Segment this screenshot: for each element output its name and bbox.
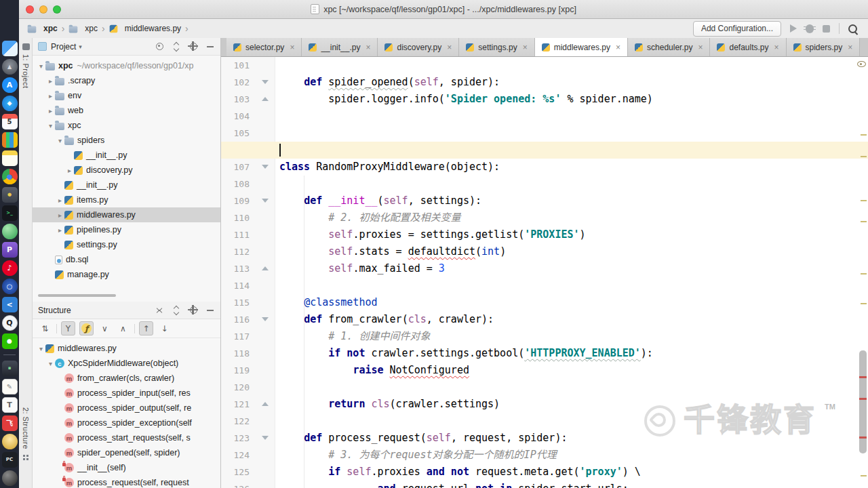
dock-icon-notes[interactable] (2, 150, 18, 166)
project-row-xpc[interactable]: ▾xpc (33, 118, 220, 133)
tab-middlewares.py[interactable]: middlewares.py× (535, 38, 628, 56)
project-row-env[interactable]: ▸env (33, 88, 220, 103)
project-row-pipelines.py[interactable]: ▸pipelines.py (33, 222, 220, 237)
gear-icon[interactable] (189, 306, 198, 315)
tree-arrow-icon[interactable]: ▸ (65, 167, 74, 174)
project-row-spiders[interactable]: ▾spiders (33, 133, 220, 148)
dock-icon-launchpad[interactable]: ▲ (2, 59, 18, 75)
code-lines[interactable]: def spider_opened(self, spider): spider.… (279, 57, 859, 488)
project-row-db.sql[interactable]: db.sql (33, 252, 220, 267)
dock-icon-photos-app[interactable] (2, 132, 18, 148)
collapse-all-icon[interactable] (172, 306, 181, 315)
project-row-web[interactable]: ▸web (33, 103, 220, 118)
fold-up-icon[interactable] (262, 402, 269, 406)
project-row-__init__.py[interactable]: __init__.py (33, 178, 220, 192)
fold-down-icon[interactable] (262, 165, 269, 169)
dock-icon-terminal[interactable]: >_ (2, 205, 18, 221)
sort-alphabetically-icon[interactable]: ⇅ (38, 321, 52, 336)
expand-all-icon[interactable] (155, 306, 164, 315)
structure-row-process_spider_inputselfres[interactable]: mprocess_spider_input(self, res (33, 386, 220, 401)
dock-icon-netease-music[interactable]: ♪ (2, 260, 18, 276)
structure-row-middlewares.py[interactable]: ▾middlewares.py (33, 341, 220, 356)
structure-row-from_crawlerclscrawler[interactable]: mfrom_crawler(cls, crawler) (33, 371, 220, 386)
structure-row-XpcSpiderMiddlewareobject[interactable]: ▾cXpcSpiderMiddleware(object) (33, 356, 220, 371)
fold-down-icon[interactable] (262, 436, 269, 440)
dock-icon-finder[interactable] (2, 41, 18, 56)
collapse-all-icon[interactable]: ∧ (116, 321, 130, 336)
debug-icon[interactable] (806, 24, 814, 33)
expand-all-icon[interactable]: ∨ (98, 321, 112, 336)
dock-icon-feidao-app[interactable]: 飞 (2, 415, 18, 431)
fold-up-icon[interactable] (262, 97, 269, 101)
error-stripe[interactable] (859, 57, 868, 488)
tab-settings.py[interactable]: settings.py× (459, 38, 534, 56)
dock-icon-vscode[interactable]: < (2, 297, 18, 312)
gear-icon[interactable] (189, 42, 198, 52)
structure-row-process_start_requestsselfs[interactable]: mprocess_start_requests(self, s (33, 430, 220, 445)
project-row-discovery.py[interactable]: ▸discovery.py (33, 163, 220, 178)
dock-icon-text-editor-app[interactable]: ✎ (2, 379, 18, 394)
zoom-window-button[interactable] (53, 5, 61, 14)
tree-arrow-icon[interactable]: ▸ (56, 226, 64, 234)
project-row-__init__.py[interactable]: __init__.py (33, 148, 220, 163)
tree-arrow-icon[interactable]: ▾ (46, 122, 55, 129)
dock-icon-onepassword[interactable]: ○ (2, 279, 18, 294)
close-window-button[interactable] (26, 5, 34, 14)
tab-defaults.py[interactable]: defaults.py× (710, 38, 786, 56)
show-fields-icon[interactable]: ƒ (79, 321, 94, 336)
project-row-settings.py[interactable]: settings.py (33, 237, 220, 252)
run-icon[interactable] (790, 24, 797, 33)
breadcrumb-item-xpc[interactable]: xpc (68, 24, 98, 33)
project-horizontal-scrollbar[interactable] (38, 294, 116, 297)
tree-arrow-icon[interactable]: ▾ (37, 62, 45, 70)
project-row-middlewares.py[interactable]: ▸middlewares.py (33, 207, 220, 222)
structure-row-process_spider_outputselfre[interactable]: mprocess_spider_output(self, re (33, 401, 220, 415)
project-row-items.py[interactable]: ▸items.py (33, 192, 220, 207)
fold-down-icon[interactable] (262, 80, 269, 84)
tab-close-icon[interactable]: × (848, 43, 852, 52)
tool-window-structure-button[interactable]: 2: Structure (19, 407, 33, 460)
collapse-all-icon[interactable] (172, 42, 181, 52)
minimize-window-button[interactable] (39, 5, 47, 14)
locate-file-icon[interactable] (155, 42, 164, 52)
tab-scheduler.py[interactable]: scheduler.py× (628, 38, 710, 56)
tab-close-icon[interactable]: × (698, 43, 703, 52)
tab-close-icon[interactable]: × (366, 43, 370, 52)
fold-down-icon[interactable] (262, 317, 269, 321)
structure-row-process_spider_exceptionself[interactable]: mprocess_spider_exception(self (33, 415, 220, 430)
breadcrumb-item-middlewares.py[interactable]: middlewares.py (109, 24, 181, 33)
fold-down-icon[interactable] (262, 199, 269, 203)
code-area[interactable]: 1011021031041051061071081091101111121131… (221, 57, 868, 488)
fold-up-icon[interactable] (262, 266, 269, 270)
tab-selector.py[interactable]: selector.py× (226, 38, 302, 56)
editor-gutter[interactable]: 1011021031041051061071081091101111121131… (221, 57, 275, 488)
structure-row-__init__self[interactable]: m__init__(self) (33, 460, 220, 475)
tree-arrow-icon[interactable]: ▾ (46, 360, 55, 367)
autoscroll-to-source-icon[interactable]: ↓ (157, 321, 172, 336)
tree-arrow-icon[interactable]: ▸ (46, 92, 55, 100)
breadcrumb-item-xpc[interactable]: xpc (27, 24, 58, 33)
tool-window-project-button[interactable]: 1: Project (19, 43, 33, 88)
dock-icon-app-store[interactable]: A (2, 77, 18, 93)
search-everywhere-icon[interactable] (848, 24, 857, 33)
tab-close-icon[interactable]: × (447, 43, 452, 52)
tree-arrow-icon[interactable]: ▾ (37, 345, 45, 352)
dock-icon-wechat[interactable]: ● (2, 333, 18, 349)
tab-spiders.py[interactable]: spiders.py× (787, 38, 861, 56)
autoscroll-from-source-icon[interactable]: ↑ (139, 321, 153, 336)
dock-icon-safari[interactable]: ◆ (2, 96, 18, 111)
tab-close-icon[interactable]: × (616, 43, 620, 52)
dock-icon-keychain[interactable]: ● (2, 187, 18, 203)
tab-close-icon[interactable]: × (774, 43, 779, 52)
structure-row-spider_openedselfspider[interactable]: mspider_opened(self, spider) (33, 445, 220, 460)
dock-icon-dark-sphere-app[interactable] (2, 470, 18, 486)
tree-arrow-icon[interactable]: ▸ (46, 107, 55, 115)
tree-arrow-icon[interactable]: ▸ (56, 197, 64, 204)
project-row-.scrapy[interactable]: ▸.scrapy (33, 73, 220, 88)
stop-icon[interactable] (823, 25, 830, 33)
project-title-caret-icon[interactable]: ▾ (79, 43, 82, 50)
dock-icon-qq[interactable]: Q (2, 315, 18, 331)
tab-close-icon[interactable]: × (523, 43, 528, 52)
tab-discovery.py[interactable]: discovery.py× (378, 38, 459, 56)
dock-icon-pycharm[interactable]: PC (2, 452, 18, 468)
